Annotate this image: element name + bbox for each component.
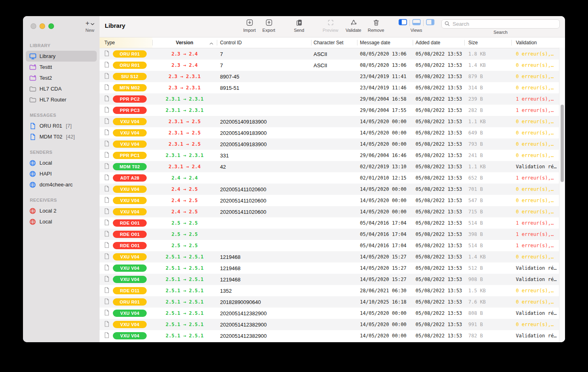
message-type-badge: PPR PC3 — [113, 107, 147, 114]
table-row[interactable]: VXU V04 2.5.1 → 2.5.1 1219468 14/05/2020… — [100, 251, 565, 262]
sidebar-item-local[interactable]: Local — [26, 216, 97, 227]
sidebar-item-dcm4chee-arc[interactable]: dcm4chee-arc — [26, 179, 97, 190]
table-row[interactable]: PPR PC1 2.3.1 → 2.3.1 331 29/06/2004 16:… — [100, 150, 565, 161]
column-header-version[interactable]: Version — [152, 37, 217, 48]
minimize-button[interactable] — [39, 23, 45, 29]
size-cell: 715 B — [464, 209, 511, 215]
folder-icon — [29, 97, 36, 103]
sidebar-item-hl7-cda[interactable]: HL7 CDA — [26, 83, 97, 94]
size-cell: 808 B — [464, 310, 511, 316]
send-button[interactable]: Send — [288, 19, 310, 33]
control-id-cell: 7 — [217, 62, 311, 68]
screen-background: + New LIBRARYLibraryTestttTest2HL7 CDAHL… — [0, 0, 588, 372]
table-row[interactable]: VXU V04 2.5.1 → 2.5.1 1219468 14/05/2020… — [100, 262, 565, 274]
message-date-cell: 14/05/2020 15:27 — [357, 277, 413, 282]
size-cell: 241 B — [464, 153, 511, 158]
control-id-cell: 8915-51 — [217, 85, 311, 91]
scrollbar-thumb[interactable] — [561, 105, 564, 182]
table-row[interactable]: VXU V04 2.3.1 → 2.5 2020051409183900 14/… — [100, 127, 565, 138]
sidebar-item-library[interactable]: Library — [26, 51, 97, 62]
table-row[interactable]: ORU R01 2.3 → 2.4 7 ASCII 08/05/2020 13:… — [100, 60, 565, 71]
sidebar-item-test2[interactable]: Test2 — [26, 72, 97, 83]
table-row[interactable]: VXU V04 2.5.1 → 2.5.1 1219468 14/05/2020… — [100, 274, 565, 285]
table-row[interactable]: RDE O01 2.5 → 2.5 05/04/2016 17:04 05/08… — [100, 217, 565, 229]
new-button[interactable]: + New — [85, 20, 94, 33]
table-row[interactable]: VXU V04 2.4 → 2.5 2020051411020600 14/05… — [100, 184, 565, 195]
message-type-badge: VXU V04 — [113, 310, 147, 317]
column-header-label: Type — [104, 40, 115, 45]
table-row[interactable]: PPR PC2 2.3.1 → 2.3.1 29/06/2004 16:58 0… — [100, 93, 565, 105]
table-row[interactable]: ORU R01 2.3 → 2.4 7 ASCII 08/05/2020 13:… — [100, 48, 565, 60]
sidebar-item-label: Local — [39, 160, 52, 166]
validation-cell: Validation ré… — [511, 333, 559, 339]
table-row[interactable]: VXU V04 2.3.1 → 2.5 2020051409183900 14/… — [100, 116, 565, 127]
table-row[interactable]: VXU V04 2.3.1 → 2.5 2020051409183900 14/… — [100, 138, 565, 150]
column-header-size[interactable]: Size — [464, 37, 511, 48]
table-row[interactable]: ORU R01 2.5.1 → 2.5.1 20182890090640 14/… — [100, 296, 565, 308]
zoom-button[interactable] — [48, 23, 54, 29]
validation-cell: 1 erreur(s),… — [511, 243, 559, 248]
message-type-badge: VXU V04 — [113, 253, 147, 260]
sidebar-item-testtt[interactable]: Testtt — [26, 62, 97, 72]
column-header-label: Control ID — [220, 40, 242, 45]
document-icon — [104, 95, 109, 103]
table-row[interactable]: RDE O01 2.5 → 2.5 05/04/2016 17:04 05/08… — [100, 240, 565, 251]
sidebar-item-oru-r01[interactable]: ORU R01[7] — [26, 120, 97, 131]
added-date-cell: 05/08/2022 13:53 — [413, 107, 464, 113]
message-date-cell: 14/05/2020 00:00 — [357, 130, 413, 136]
message-type-badge: SIU S12 — [113, 73, 147, 80]
sidebar-item-local-2[interactable]: Local 2 — [26, 205, 97, 216]
document-icon — [104, 107, 109, 114]
added-date-cell: 05/08/2022 13:53 — [413, 175, 464, 181]
message-date-cell: 08/05/2020 13:06 — [357, 51, 413, 57]
size-cell: 879 B — [464, 74, 511, 79]
table-row[interactable]: MDM T02 2.3.1 → 2.4 42 02/02/2019 13:10 … — [100, 161, 565, 172]
table-row[interactable]: RDE O01 2.5 → 2.5 05/04/2016 17:04 05/08… — [100, 229, 565, 240]
sidebar-panel-icon[interactable] — [399, 19, 407, 27]
validate-icon — [342, 19, 365, 27]
validate-button[interactable]: Validate — [342, 19, 365, 33]
right-panel-icon[interactable] — [426, 19, 434, 27]
message-type-badge: ORU R01 — [113, 50, 147, 58]
remove-button[interactable]: Remove — [365, 19, 387, 33]
table-row[interactable]: SIU S12 2.3 → 2.3.1 8907-45 23/04/2019 1… — [100, 71, 565, 82]
sidebar-item-mdm-t02[interactable]: MDM T02[42] — [26, 131, 97, 142]
table-row[interactable]: VXU V04 2.5.1 → 2.5.1 2020051412382900 1… — [100, 319, 565, 330]
column-header-control-id[interactable]: Control ID — [217, 37, 311, 48]
sidebar-item-hapi[interactable]: HAPI — [26, 168, 97, 179]
size-cell: 649 B — [464, 130, 511, 136]
validation-cell: 0 erreur(s),… — [511, 130, 559, 136]
column-header-type[interactable]: Type — [100, 37, 152, 48]
added-date-cell: 05/08/2022 13:53 — [413, 119, 464, 124]
close-button[interactable] — [31, 23, 36, 29]
table-row[interactable]: MFN M02 2.3 → 2.3.1 8915-51 23/04/2019 1… — [100, 82, 565, 93]
preview-button[interactable]: Preview — [319, 19, 342, 33]
search-input[interactable] — [452, 21, 557, 27]
validation-cell: 0 erreur(s),… — [511, 299, 559, 305]
table-row[interactable]: RDE O11 2.5.1 → 2.5.1 1352 28/06/2021 06… — [100, 285, 565, 296]
version-cell: 2.3 → 2.4 — [152, 51, 217, 57]
sidebar-item-local[interactable]: Local — [26, 157, 97, 168]
column-header-character-set[interactable]: Character Set — [311, 37, 357, 48]
validation-cell: 0 erreur(s),… — [511, 119, 559, 124]
bottom-panel-icon[interactable] — [412, 19, 421, 27]
table-row[interactable]: ADT A28 2.4 → 2.4 02/01/2010 12:15 05/08… — [100, 172, 565, 184]
sidebar-item-hl7-router[interactable]: HL7 Router — [26, 94, 97, 105]
table-row[interactable]: VXU V04 2.4 → 2.5 2020051411020600 14/05… — [100, 195, 565, 206]
table-row[interactable]: PPR PC3 2.3.1 → 2.3.1 29/06/2004 17:55 0… — [100, 105, 565, 116]
column-header-added-date[interactable]: Added date — [413, 37, 464, 48]
table-row[interactable]: VXU V04 2.4 → 2.5 2020051411020600 14/05… — [100, 206, 565, 217]
sidebar-item-label: ORU R01 — [39, 123, 62, 129]
column-header-message-date[interactable]: Message date — [357, 37, 413, 48]
search-field[interactable] — [441, 19, 560, 29]
version-cell: 2.5.1 → 2.5.1 — [152, 277, 217, 282]
export-button[interactable]: Export — [258, 19, 280, 33]
version-cell: 2.5.1 → 2.5.1 — [152, 288, 217, 293]
table-row[interactable]: VXU V04 2.5.1 → 2.5.1 2020051412382900 1… — [100, 308, 565, 319]
table-row[interactable]: VXU V04 2.5.1 → 2.5.1 2020051412382900 1… — [100, 330, 565, 341]
size-cell: 1.1 KB — [464, 119, 511, 124]
message-type-badge: RDE O01 — [113, 242, 147, 249]
message-date-cell: 23/04/2019 11:46 — [357, 85, 413, 91]
document-icon — [104, 298, 109, 306]
column-header-validation[interactable]: Validation — [511, 37, 559, 48]
